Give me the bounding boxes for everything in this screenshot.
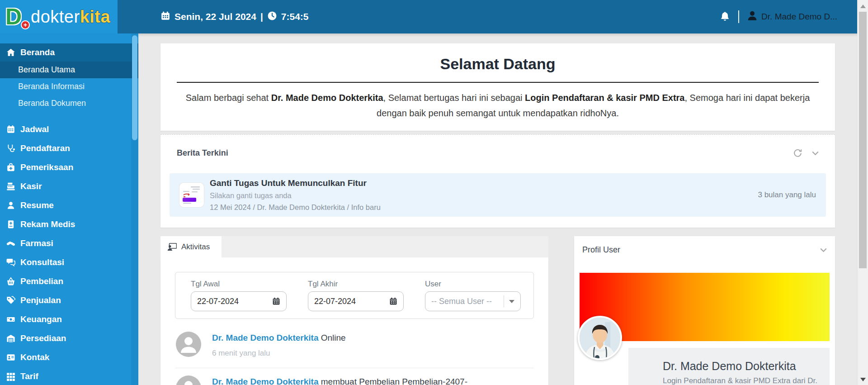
app-logo[interactable]: D + dokterkita	[0, 0, 118, 33]
sidebar-item-kontak[interactable]: Kontak	[0, 348, 138, 367]
topbar-date: Senin, 22 Jul 2024	[175, 11, 256, 22]
activity-avatar	[176, 375, 201, 385]
activity-avatar	[176, 332, 201, 357]
sidebar-item-tarif[interactable]: Tarif	[0, 367, 138, 385]
profile-role: Login Pendaftaran & kasir PMD Extra dari…	[663, 376, 821, 385]
page-scrollbar-thumb[interactable]	[859, 12, 867, 268]
sidebar-item-resume[interactable]: Resume	[0, 196, 138, 215]
activity-time: 6 menit yang lalu	[212, 349, 346, 358]
scroll-up-arrow-icon[interactable]	[860, 5, 866, 8]
sidebar-item-beranda-informasi[interactable]: Beranda Informasi	[0, 78, 138, 95]
tab-aktivitas[interactable]: Aktivitas	[160, 236, 222, 257]
topbar-datetime: Senin, 22 Jul 2024 | 7:54:5	[160, 11, 309, 23]
sidebar-item-pemeriksaan[interactable]: Pemeriksaan	[0, 158, 138, 177]
chevron-down-icon[interactable]	[820, 248, 827, 252]
person-icon	[746, 10, 758, 24]
topbar-time: 7:54:5	[281, 11, 309, 22]
basket-icon	[6, 277, 15, 286]
sidebar-item-rekam-medis[interactable]: Rekam Medis	[0, 215, 138, 234]
refresh-icon[interactable]	[793, 149, 802, 157]
topbar-divider	[738, 10, 739, 23]
welcome-card: Selamat Datang Salam berbagi sehat Dr. M…	[160, 43, 835, 131]
news-meta: 12 Mei 2024 / Dr. Made Demo Dokterkita /…	[210, 203, 381, 212]
sidebar-item-farmasi[interactable]: Farmasi	[0, 234, 138, 253]
chevron-down-icon[interactable]	[812, 151, 819, 156]
activity-action: Online	[318, 333, 345, 342]
aktivitas-tabstrip: Aktivitas	[160, 236, 548, 257]
logo-cross-icon: +	[21, 20, 30, 29]
sidebar-item-beranda-utama[interactable]: Beranda Utama	[0, 62, 138, 78]
profil-user-card: Profil User Dr. Made Demo Dokterkita Log…	[574, 236, 835, 385]
pills-icon	[6, 239, 15, 248]
sidebar: Beranda Beranda Utama Beranda Informasi …	[0, 33, 138, 385]
news-age: 3 bulan yang lalu	[758, 190, 816, 200]
page-title: Selamat Datang	[177, 55, 819, 73]
aktivitas-panel: Tgl Awal 22-07-2024 Tgl Akhir 22-07-2024	[160, 257, 548, 385]
profile-name: Dr. Made Demo Dokterkita	[663, 360, 821, 373]
profile-info-box: Dr. Made Demo Dokterkita Login Pendaftar…	[628, 348, 830, 385]
sidebar-item-kasir[interactable]: Kasir	[0, 177, 138, 196]
home-icon	[6, 48, 15, 57]
welcome-message: Salam berbagi sehat Dr. Made Demo Dokter…	[177, 90, 819, 121]
aktivitas-section: Aktivitas Tgl Awal 22-07-2024 Tgl Akhir	[160, 236, 548, 385]
logo-text: dokterkita	[31, 7, 110, 27]
news-title: Ganti Tugas Untuk Memunculkan Fitur	[210, 178, 381, 188]
activity-row: Dr. Made Demo Dokterkita membuat Pembeli…	[175, 368, 534, 385]
activity-filterbox: Tgl Awal 22-07-2024 Tgl Akhir 22-07-2024	[175, 272, 534, 319]
calendar-icon[interactable]	[272, 297, 280, 305]
money-icon	[6, 315, 15, 324]
stethoscope-icon	[6, 144, 15, 153]
sidebar-item-beranda-dokumen[interactable]: Beranda Dokumen	[0, 95, 138, 112]
news-item[interactable]: Ganti Tugas Untuk Memunculkan Fitur Sila…	[170, 173, 826, 217]
cash-register-icon	[6, 182, 15, 191]
calendar-icon[interactable]	[389, 297, 397, 305]
comments-icon	[6, 258, 15, 267]
grid-icon	[6, 372, 15, 381]
tgl-akhir-label: Tgl Akhir	[308, 280, 404, 289]
sidebar-item-persediaan[interactable]: Persediaan	[0, 329, 138, 348]
activity-action: membuat Pembelian Pembelian-2407-	[318, 377, 467, 385]
activity-user-link[interactable]: Dr. Made Demo Dokterkita	[212, 333, 318, 342]
activity-board-icon	[167, 243, 177, 251]
user-select[interactable]: -- Semua User --	[425, 291, 521, 311]
profile-photo	[578, 316, 622, 360]
sidebar-item-jadwal[interactable]: Jadwal	[0, 120, 138, 139]
calendar-icon	[6, 125, 15, 134]
topbar-separator: |	[260, 11, 263, 22]
tgl-awal-label: Tgl Awal	[191, 280, 287, 289]
medical-bag-icon	[6, 163, 15, 172]
berita-terkini-title: Berita Terkini	[177, 148, 228, 158]
scroll-down-arrow-icon[interactable]	[860, 378, 866, 381]
topbar: Senin, 22 Jul 2024 | 7:54:5 Dr. Made Dem…	[118, 0, 857, 33]
sidebar-item-konsultasi[interactable]: Konsultasi	[0, 253, 138, 272]
berita-terkini-card: Berita Terkini Ganti Tugas Untuk Memuncu…	[160, 134, 835, 228]
title-divider	[177, 82, 819, 83]
bell-icon[interactable]	[719, 11, 731, 23]
select-arrow-icon	[504, 295, 514, 307]
sidebar-item-pembelian[interactable]: Pembelian	[0, 272, 138, 291]
id-card-icon	[6, 353, 15, 362]
tgl-akhir-input[interactable]: 22-07-2024	[308, 291, 404, 311]
news-subtitle: Silakan ganti tugas anda	[210, 191, 381, 200]
tags-icon	[6, 296, 15, 305]
sidebar-scrollbar-thumb[interactable]	[132, 35, 137, 140]
activity-user-link[interactable]: Dr. Made Demo Dokterkita	[212, 377, 318, 385]
user-menu[interactable]: Dr. Made Demo D...	[746, 10, 837, 24]
calendar-icon	[160, 11, 170, 23]
main-content: Selamat Datang Salam berbagi sehat Dr. M…	[138, 33, 857, 385]
profil-user-title: Profil User	[582, 245, 620, 255]
warehouse-icon	[6, 334, 15, 343]
user-filter-label: User	[425, 280, 521, 289]
user-menu-label: Dr. Made Demo D...	[761, 12, 837, 22]
sidebar-item-pendaftaran[interactable]: Pendaftaran	[0, 139, 138, 158]
sidebar-scrollbar[interactable]	[131, 33, 138, 385]
user-icon	[6, 201, 15, 210]
page-scrollbar[interactable]	[857, 0, 868, 385]
activity-row: Dr. Made Demo Dokterkita Online 6 menit …	[175, 324, 534, 368]
sidebar-item-beranda[interactable]: Beranda	[0, 43, 138, 62]
logo-d-icon: D +	[5, 4, 29, 29]
news-thumbnail-image	[179, 183, 204, 207]
sidebar-item-penjualan[interactable]: Penjualan	[0, 291, 138, 310]
tgl-awal-input[interactable]: 22-07-2024	[191, 291, 287, 311]
sidebar-item-keuangan[interactable]: Keuangan	[0, 310, 138, 329]
